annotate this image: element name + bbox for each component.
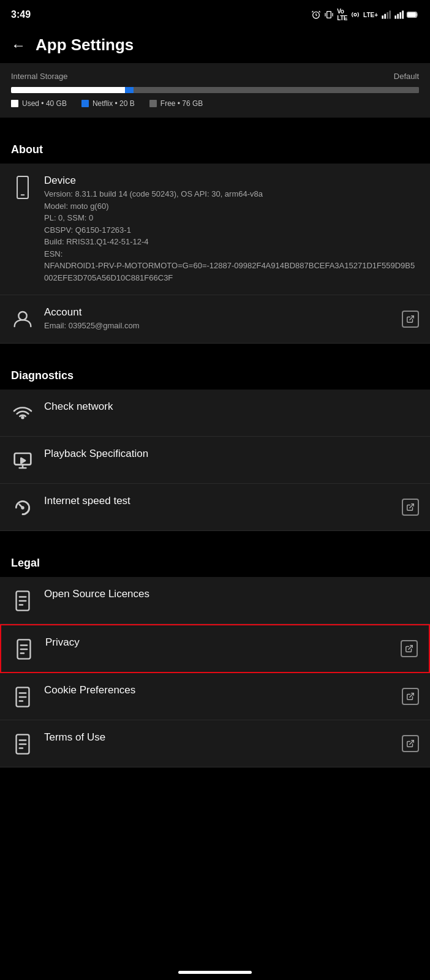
storage-section: Internal Storage Default Used • 40 GB Ne… [0,63,430,118]
cookie-prefs-item[interactable]: Cookie Preferences [0,673,430,720]
terms-item[interactable]: Terms of Use [0,720,430,767]
svg-rect-1 [327,12,331,18]
status-icons: VoLTE LTE+ [311,8,419,21]
check-network-icon [11,402,34,425]
open-source-title: Open Source Licences [44,588,419,600]
storage-bar [11,87,419,93]
legend-netflix-label: Netflix • 20 B [92,99,135,108]
svg-rect-9 [399,12,401,19]
legend-dot-netflix [81,100,89,107]
back-button[interactable]: ← [11,37,26,54]
svg-line-30 [409,645,412,649]
internet-speed-arrow [402,499,419,516]
open-source-content: Open Source Licences [44,588,419,601]
svg-rect-5 [387,12,388,19]
device-esn: NFANDROID1-PRV-P-MOTORMOTO=G=60=-12887-0… [44,260,419,284]
playback-spec-icon [13,451,32,470]
privacy-arrow-box [401,640,418,657]
volte-icon: VoLTE [337,8,347,21]
section-gap-about [0,118,430,132]
device-build: Build: RRIS31.Q1-42-51-12-4 [44,236,419,248]
speedometer-icon [13,498,32,518]
cookie-prefs-arrow [402,688,419,705]
battery-icon [407,10,419,20]
open-source-item[interactable]: Open Source Licences [0,577,430,624]
account-arrow-box [402,311,419,328]
alarm-icon [311,10,321,20]
storage-default: Default [394,72,419,81]
device-version: Version: 8.31.1 build 14 (code 50243), O… [44,188,419,200]
account-email: Email: 039525@gmail.com [44,320,392,332]
privacy-content: Privacy [45,636,391,650]
account-content: Account Email: 039525@gmail.com [44,306,392,332]
device-icon [11,176,34,199]
svg-line-16 [410,316,413,320]
section-gap-diagnostics [0,344,430,358]
device-cbspv: CBSPV: Q6150-17263-1 [44,224,419,236]
document-icon4 [13,734,32,755]
cookie-prefs-title: Cookie Preferences [44,684,392,696]
svg-rect-10 [402,10,404,18]
external-link-icon4 [406,692,415,701]
internet-speed-item[interactable]: Internet speed test [0,484,430,531]
svg-line-21 [410,503,413,507]
playback-spec-item[interactable]: Playback Specification [0,437,430,484]
legend-netflix: Netflix • 20 B [81,99,135,108]
legend-free: Free • 76 GB [149,99,203,108]
internet-speed-title: Internet speed test [44,495,392,507]
storage-bar-free [134,87,419,93]
account-arrow [402,311,419,328]
app-header: ← App Settings [0,27,430,63]
phone-icon [13,176,32,199]
svg-point-15 [18,312,26,320]
check-network-title: Check network [44,401,419,413]
signal2-icon [394,10,404,20]
svg-rect-8 [397,14,399,19]
cookie-prefs-content: Cookie Preferences [44,684,392,698]
internet-speed-arrow-box [402,499,419,516]
external-link-icon [406,315,415,323]
legal-section-label: Legal [0,546,430,577]
privacy-item[interactable]: Privacy [0,624,430,673]
device-esn-label: ESN: [44,248,419,260]
svg-rect-6 [389,10,391,18]
svg-rect-12 [408,13,416,17]
storage-bar-netflix [125,87,133,93]
playback-spec-content: Playback Specification [44,448,419,461]
svg-point-17 [22,417,24,418]
internet-speed-content: Internet speed test [44,495,392,508]
diagnostics-section-label: Diagnostics [0,358,430,390]
check-network-content: Check network [44,401,419,414]
speed-test-icon [11,496,34,519]
about-section-label: About [0,132,430,164]
device-title: Device [44,175,419,187]
svg-rect-3 [382,15,383,18]
legend-dot-free [149,100,157,107]
terms-content: Terms of Use [44,731,392,745]
device-item: Device Version: 8.31.1 build 14 (code 50… [0,164,430,295]
account-item[interactable]: Account Email: 039525@gmail.com [0,295,430,344]
document-icon2 [15,639,33,660]
svg-marker-19 [21,458,25,463]
legend-dot-used [11,100,18,107]
storage-label: Internal Storage [11,72,68,81]
playback-icon [11,449,34,472]
svg-line-40 [410,740,413,744]
terms-arrow-box [402,735,419,752]
signal1-icon [381,10,391,20]
external-link-icon2 [406,503,415,511]
document-icon1 [13,590,32,611]
svg-rect-4 [384,14,386,19]
privacy-icon [12,638,36,661]
document-icon3 [13,687,32,707]
hotspot-icon [350,10,360,20]
wifi-signal-icon [13,404,32,423]
check-network-item[interactable]: Check network [0,390,430,437]
external-link-icon5 [406,739,415,748]
privacy-arrow [401,640,418,657]
svg-rect-7 [394,15,396,18]
terms-icon [11,733,34,756]
svg-point-2 [354,13,356,16]
cookie-prefs-icon [11,685,34,709]
legend-free-label: Free • 76 GB [160,99,203,108]
